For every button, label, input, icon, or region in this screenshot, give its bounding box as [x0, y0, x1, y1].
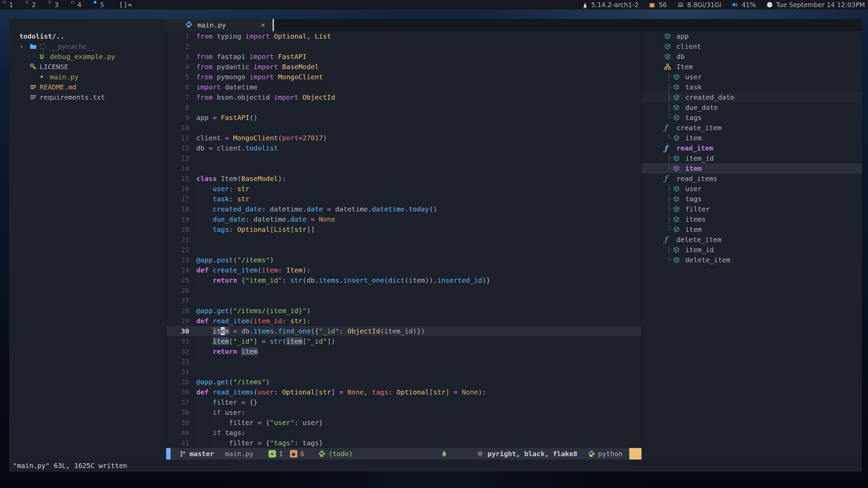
symbol-item[interactable]: └item [642, 163, 862, 174]
symbol-user[interactable]: ├user [642, 72, 862, 82]
code-line-2[interactable]: 2 [166, 41, 642, 52]
code-line-35[interactable]: 35@app.get("/items") [166, 377, 642, 387]
wm-layout-symbol[interactable]: []= [119, 1, 132, 9]
symbol-db[interactable]: db [642, 52, 862, 62]
line-number: 7 [166, 92, 189, 102]
code-token: from [196, 53, 217, 61]
tabline-row: main.py × [9, 19, 862, 31]
symbol-create_item[interactable]: ƒcreate_item [642, 123, 862, 133]
code-line-4[interactable]: 4from pydantic import BaseModel [166, 62, 642, 72]
code-line-24[interactable]: 24def create_item(item: Item): [166, 265, 642, 275]
package-icon [649, 1, 655, 8]
code-line-25[interactable]: 25 return {"item_id": str(db.items.inser… [166, 275, 642, 285]
tree-root[interactable]: todolist/.. [9, 31, 166, 41]
code-line-6[interactable]: 6import datetime [166, 82, 642, 92]
code-token: [ [302, 337, 307, 345]
code-token: filter [196, 439, 258, 447]
code-line-41[interactable]: 41 filter = {"tags": tags} [166, 438, 642, 448]
symbol-filter[interactable]: ├filter [642, 204, 862, 214]
tree-item-main.py[interactable]: •main.py [9, 72, 166, 82]
code-line-8[interactable]: 8 [166, 102, 642, 113]
symbol-item[interactable]: └item [642, 133, 862, 143]
buffer-tab-main-py[interactable]: main.py × [166, 19, 273, 31]
code-line-32[interactable]: 32 return item [166, 346, 642, 357]
tab-close-icon[interactable]: × [261, 21, 265, 29]
symbol-delete_item[interactable]: ƒdelete_item [642, 235, 862, 245]
code-line-19[interactable]: 19 due_date: datetime.date = None [166, 214, 642, 224]
code-line-38[interactable]: 38 if user: [166, 407, 642, 418]
code-line-20[interactable]: 20 tags: Optional[List[str]] [166, 224, 642, 235]
code-line-16[interactable]: 16 user: str [166, 184, 642, 194]
line-number: 4 [166, 62, 189, 72]
markdown-icon [29, 83, 37, 91]
symbol-app[interactable]: app [642, 31, 862, 41]
symbol-delete_item[interactable]: └delete_item [642, 255, 862, 265]
workspace-tag-2[interactable]: 2 [23, 0, 45, 9]
chevron-right-icon[interactable]: › [19, 41, 24, 52]
symbol-tags[interactable]: ├tags [642, 194, 862, 204]
variable-cube-icon [673, 74, 680, 80]
code-line-36[interactable]: 36def read_items(user: Optional[str] = N… [166, 387, 642, 397]
symbol-due_date[interactable]: ├due_date [642, 102, 862, 113]
workspace-tag-indicator [71, 1, 74, 3]
indent-guide [198, 336, 198, 346]
code-line-29[interactable]: 29def read_item(item_id: str): [166, 316, 642, 326]
code-line-11[interactable]: 11client = MongoClient(port=27017) [166, 133, 642, 143]
code-token: (item)). [405, 276, 437, 284]
symbol-items[interactable]: ├items [642, 214, 862, 224]
line-number: 25 [166, 275, 189, 285]
system-status-area: 5.14.2-arch1-2568.8Gi/31Gi41%Tue Septemb… [582, 1, 868, 8]
workspace-tag-5[interactable]: 5 [91, 0, 114, 9]
symbol-item_id[interactable]: ├item_id [642, 245, 862, 255]
symbol-Item[interactable]: Item [642, 62, 862, 72]
indent-guide [198, 224, 198, 235]
code-line-12[interactable]: 12db = client.todolist [166, 143, 642, 153]
tree-item-debug_example.py[interactable]: Udebug_example.py [9, 52, 166, 62]
code-line-39[interactable]: 39 filter = {"user": user} [166, 418, 642, 428]
tree-item-LICENSE[interactable]: LICENSE [9, 62, 166, 72]
tree-item-requirements.txt[interactable]: requirements.txt [9, 92, 166, 102]
code-line-5[interactable]: 5from pymongo import MongoClient [166, 72, 642, 82]
file-name-label: LICENSE [40, 62, 68, 72]
symbol-item[interactable]: └item [642, 224, 862, 235]
symbol-label: task [685, 82, 702, 92]
code-line-40[interactable]: 40 if tags: [166, 428, 642, 438]
code-line-1[interactable]: 1from typing import Optional, List [166, 31, 642, 41]
code-line-13[interactable]: 13 [166, 153, 642, 163]
code-line-26[interactable]: 26 [166, 285, 642, 296]
code-line-14[interactable]: 14 [166, 163, 642, 174]
symbol-created_date[interactable]: ├created_date [642, 92, 862, 102]
workspace-tag-1[interactable]: 1 [0, 0, 23, 9]
code-line-9[interactable]: 9app = FastAPI() [166, 113, 642, 123]
code-line-33[interactable]: 33 [166, 357, 642, 367]
tree-item-README.md[interactable]: README.md [9, 82, 166, 92]
code-line-3[interactable]: 3from fastapi import FastAPI [166, 52, 642, 62]
code-line-28[interactable]: 28@app.get("/items/{item_id}") [166, 306, 642, 316]
code-line-18[interactable]: 18 created_date: datetime.date = datetim… [166, 204, 642, 214]
symbol-client[interactable]: client [642, 41, 862, 52]
symbol-item_id[interactable]: ├item_id [642, 153, 862, 163]
code-line-27[interactable]: 27 [166, 296, 642, 306]
code-line-23[interactable]: 23@app.post("/items") [166, 255, 642, 265]
code-line-37[interactable]: 37 filter = {} [166, 397, 642, 407]
workspace-tag-3[interactable]: 3 [45, 0, 68, 9]
code-line-17[interactable]: 17 task: str [166, 194, 642, 204]
code-line-31[interactable]: 31 item["_id"] = str(item["_id"]) [166, 336, 642, 346]
search-highlight: item [286, 337, 302, 345]
code-line-22[interactable]: 22 [166, 245, 642, 255]
symbol-read_item[interactable]: ƒread_item [642, 143, 862, 153]
code-line-34[interactable]: 34 [166, 367, 642, 377]
code-line-15[interactable]: 15class Item(BaseModel): [166, 174, 642, 184]
code-line-30[interactable]: 30 item = db.items.find_one({"_id": Obje… [166, 326, 642, 336]
workspace-tag-4[interactable]: 4 [68, 0, 91, 9]
symbol-user[interactable]: ├user [642, 184, 862, 194]
symbol-read_items[interactable]: ƒread_items [642, 174, 862, 184]
code-line-10[interactable]: 10 [166, 123, 642, 133]
symbol-label: created_date [685, 92, 734, 102]
code-token: ( [254, 388, 258, 396]
symbol-task[interactable]: ├task [642, 82, 862, 92]
tree-item-__pycache__[interactable]: ›__pycache__ [9, 41, 166, 52]
code-line-7[interactable]: 7from bson.objectid import ObjectId [166, 92, 642, 102]
symbol-tags[interactable]: └tags [642, 113, 862, 123]
code-line-21[interactable]: 21 [166, 235, 642, 245]
